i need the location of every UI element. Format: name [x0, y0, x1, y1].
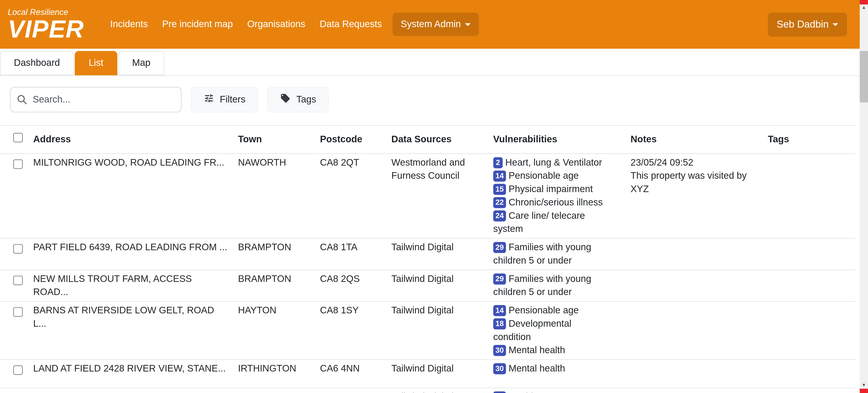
column-header-notes: Notes — [630, 133, 768, 146]
search-input[interactable] — [10, 87, 182, 113]
tags-label: Tags — [296, 94, 316, 105]
cell-postcode: CA6 4NQ — [320, 390, 391, 393]
table-row[interactable]: MILTONRIGG WOOD, ROAD LEADING FR...NAWOR… — [0, 154, 856, 239]
note-line: This property was visited by XYZ — [630, 170, 748, 196]
app-header: Local Resilience VIPER Incidents Pre inc… — [0, 0, 868, 49]
tabs-bar: Dashboard List Map — [0, 49, 860, 76]
row-checkbox[interactable] — [13, 159, 23, 169]
cell-data-source: Tailwind Digital — [391, 304, 493, 317]
vulnerability-item: 18 Developmental condition — [493, 317, 607, 344]
cell-vulnerabilities: 14 Pensionable age18 Developmental condi… — [493, 304, 630, 357]
cell-address: LAND AT FIELD 5968, ACCESS ROAD TO P... — [33, 390, 238, 393]
cell-vulnerabilities: 29 Families with young children 5 or und… — [493, 241, 630, 267]
vulnerability-code-badge: 30 — [493, 363, 506, 374]
cell-data-source: Tailwind Digital — [391, 241, 493, 254]
cell-data-source: Westmorland and Furness Council — [391, 156, 493, 183]
nav-item-organisations[interactable]: Organisations — [240, 13, 312, 36]
vulnerability-item: 30 Mental health — [493, 362, 607, 375]
nav-item-label: Organisations — [247, 19, 305, 29]
vulnerability-item: 14 Pensionable age — [493, 304, 607, 317]
vulnerability-code-badge: 29 — [493, 274, 506, 284]
column-header-town: Town — [238, 133, 320, 146]
row-checkbox[interactable] — [13, 244, 23, 253]
scrollbar-bottom-marker — [860, 389, 868, 393]
toolbar: Filters Tags — [0, 76, 868, 113]
table-header: Address Town Postcode Data Sources Vulne… — [0, 125, 856, 154]
brand-name: VIPER — [8, 16, 91, 41]
cell-postcode: CA6 4NN — [320, 362, 391, 375]
cell-notes: 23/05/24 09:52This property was visited … — [630, 156, 768, 196]
nav-item-incidents[interactable]: Incidents — [103, 13, 155, 36]
cell-vulnerabilities: 30 Mental health — [493, 362, 630, 375]
table-row[interactable]: NEW MILLS TROUT FARM, ACCESS ROAD...BRAM… — [0, 270, 856, 302]
vulnerability-code-badge: 2 — [493, 157, 503, 168]
nav-item-data-requests[interactable]: Data Requests — [312, 13, 389, 36]
tab-map[interactable]: Map — [118, 51, 164, 75]
table-row[interactable]: PART FIELD 6439, ROAD LEADING FROM ...BR… — [0, 239, 856, 270]
cell-town: IRTHINGTON — [238, 390, 320, 393]
cell-town: HAYTON — [238, 304, 320, 317]
cell-postcode: CA8 1TA — [320, 241, 391, 254]
cell-town: NAWORTH — [238, 156, 320, 170]
vulnerability-code-badge: 22 — [493, 197, 506, 208]
nav-item-label: Data Requests — [320, 19, 382, 29]
nav-item-pre-incident-map[interactable]: Pre incident map — [155, 13, 240, 36]
cell-vulnerabilities: 19 Unable to answer — [493, 390, 630, 393]
vulnerability-item: 15 Physical impairment — [493, 183, 607, 196]
nav-item-label: Pre incident map — [162, 19, 233, 29]
search-box — [10, 87, 182, 113]
column-header-data-sources: Data Sources — [391, 133, 493, 146]
cell-town: BRAMPTON — [238, 272, 320, 286]
user-name-label: Seb Dadbin — [777, 19, 829, 30]
table-row[interactable]: BARNS AT RIVERSIDE LOW GELT, ROAD L...HA… — [0, 302, 856, 360]
cell-vulnerabilities: 29 Families with young children 5 or und… — [493, 272, 630, 299]
column-header-vulnerabilities: Vulnerabilities — [493, 133, 630, 146]
cell-vulnerabilities: 2 Heart, lung & Ventilator14 Pensionable… — [493, 156, 630, 236]
app-window: Local Resilience VIPER Incidents Pre inc… — [0, 0, 868, 393]
tags-button[interactable]: Tags — [268, 87, 329, 113]
cell-postcode: CA8 2QS — [320, 272, 391, 286]
cell-postcode: CA8 1SY — [320, 304, 391, 317]
scroll-down-arrow[interactable]: ▼ — [860, 382, 868, 389]
scrollbar[interactable]: ▲ ▼ — [860, 0, 868, 393]
vulnerability-code-badge: 14 — [493, 171, 506, 181]
column-header-postcode: Postcode — [320, 133, 391, 146]
row-checkbox[interactable] — [13, 276, 23, 285]
main-nav: Incidents Pre incident map Organisations… — [103, 13, 479, 36]
vulnerability-code-badge: 19 — [493, 391, 506, 393]
column-header-tags: Tags — [768, 133, 856, 146]
cell-address: BARNS AT RIVERSIDE LOW GELT, ROAD L... — [33, 304, 238, 330]
vulnerability-item: 24 Care line/ telecare system — [493, 209, 607, 236]
vulnerability-code-badge: 18 — [493, 318, 506, 329]
vulnerability-code-badge: 29 — [493, 242, 506, 253]
select-all-checkbox[interactable] — [13, 133, 23, 142]
row-checkbox[interactable] — [13, 307, 23, 317]
table-row[interactable]: LAND AT FIELD 2428 RIVER VIEW, STANE...I… — [0, 360, 856, 388]
cell-address: LAND AT FIELD 2428 RIVER VIEW, STANE... — [33, 362, 238, 375]
nav-item-system-admin[interactable]: System Admin — [393, 13, 479, 36]
brand-tagline: Local Resilience — [8, 7, 91, 16]
vulnerability-item: 22 Chronic/serious illness — [493, 196, 607, 209]
user-menu-button[interactable]: Seb Dadbin — [768, 12, 847, 36]
row-checkbox[interactable] — [13, 365, 23, 375]
tab-dashboard[interactable]: Dashboard — [0, 51, 74, 75]
vulnerability-item: 29 Families with young children 5 or und… — [493, 272, 607, 299]
cell-address: PART FIELD 6439, ROAD LEADING FROM ... — [33, 241, 238, 254]
tab-list[interactable]: List — [75, 51, 117, 75]
cell-town: BRAMPTON — [238, 241, 320, 254]
filters-button[interactable]: Filters — [191, 87, 258, 113]
cell-data-source: Tailwind Digital — [391, 390, 493, 393]
tag-icon — [280, 93, 291, 106]
vulnerability-item: 2 Heart, lung & Ventilator — [493, 156, 607, 170]
filters-label: Filters — [220, 94, 245, 105]
scrollbar-thumb[interactable] — [860, 51, 868, 102]
table-row[interactable]: LAND AT FIELD 5968, ACCESS ROAD TO P...I… — [0, 388, 856, 393]
cell-address: NEW MILLS TROUT FARM, ACCESS ROAD... — [33, 272, 238, 299]
chevron-down-icon — [833, 23, 838, 26]
scroll-up-arrow[interactable]: ▲ — [860, 4, 868, 11]
scrollbar-top-marker — [860, 0, 868, 4]
vulnerability-item: 29 Families with young children 5 or und… — [493, 241, 607, 267]
chevron-down-icon — [465, 23, 470, 26]
filters-icon — [204, 93, 214, 106]
brand-logo[interactable]: Local Resilience VIPER — [8, 7, 91, 41]
